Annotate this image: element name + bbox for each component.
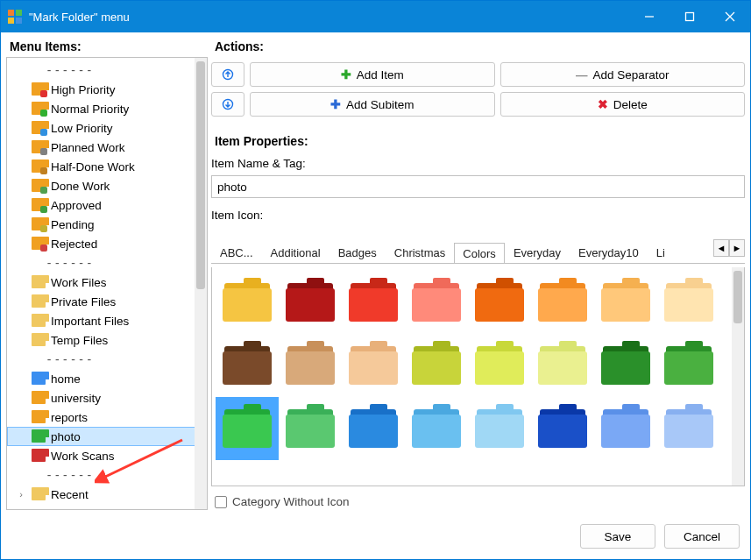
tree-item[interactable]: Work Scans	[7, 446, 207, 465]
folder-icon-option[interactable]	[405, 397, 468, 460]
folder-icon	[32, 489, 46, 500]
folder-icon-option[interactable]	[657, 334, 720, 397]
item-name-input[interactable]	[211, 175, 745, 198]
folder-icon-option[interactable]	[657, 271, 720, 334]
folder-icon-option[interactable]	[594, 334, 657, 397]
tab-christmas[interactable]: Christmas	[386, 242, 455, 263]
tree-item[interactable]: university	[7, 388, 207, 408]
tree-item[interactable]: ›Recent	[7, 485, 207, 504]
folder-icon-option[interactable]	[468, 271, 531, 334]
tree-item[interactable]: Work Files	[7, 273, 207, 292]
tree-item-label: Temp Files	[51, 334, 108, 347]
folder-icon-option[interactable]	[405, 334, 468, 397]
tab-badges[interactable]: Badges	[329, 242, 386, 263]
tree-item-label: university	[51, 392, 101, 405]
folder-icon	[32, 181, 46, 192]
folder-icon	[32, 84, 46, 96]
tab-everyday[interactable]: Everyday	[505, 242, 570, 263]
folder-icon	[32, 219, 46, 230]
tabs-scroll-right[interactable]: ►	[729, 239, 745, 257]
category-without-icon-checkbox[interactable]	[215, 496, 227, 508]
folder-icon	[32, 103, 46, 115]
tree-separator: ------	[7, 465, 207, 485]
tree-item[interactable]: home	[7, 369, 207, 388]
tree-item[interactable]: Done Work	[7, 176, 207, 195]
tree-item-label: Recent	[51, 488, 89, 501]
tabs-scroll-left[interactable]: ◄	[713, 239, 729, 257]
tree-item-label: Normal Priority	[51, 103, 129, 116]
folder-icon-option[interactable]	[216, 397, 279, 460]
folder-icon	[32, 296, 46, 308]
folder-icon-option[interactable]	[279, 397, 342, 460]
tree-item[interactable]: Half-Done Work	[7, 157, 207, 176]
folder-icon-option[interactable]	[216, 334, 279, 397]
folder-icon-option[interactable]	[594, 271, 657, 334]
item-icon-label: Item Icon:	[211, 207, 745, 223]
folder-icon	[32, 315, 46, 327]
tree-item[interactable]: Important Files	[7, 311, 207, 330]
folder-icon-option[interactable]	[657, 397, 720, 460]
folder-icon	[32, 238, 46, 250]
window-title: "Mark Folder" menu	[29, 11, 130, 24]
tree-item[interactable]: High Priority	[7, 80, 207, 99]
maximize-button[interactable]	[670, 1, 710, 32]
folder-icon-option[interactable]	[531, 271, 594, 334]
tree-item[interactable]: photo	[7, 427, 207, 446]
expand-icon[interactable]: ›	[16, 489, 26, 500]
folder-icon-option[interactable]	[594, 397, 657, 460]
tree-item[interactable]: Low Priority	[7, 118, 207, 138]
close-button[interactable]	[710, 1, 750, 32]
tree-item[interactable]: Temp Files	[7, 330, 207, 350]
tree-separator: ------	[7, 253, 207, 273]
tree-item-label: Work Scans	[51, 450, 115, 463]
tree-item[interactable]: Approved	[7, 195, 207, 215]
move-down-button[interactable]	[211, 92, 244, 117]
cancel-button[interactable]: Cancel	[664, 524, 740, 549]
add-item-button[interactable]: ✚Add Item	[250, 62, 495, 87]
grid-scrollbar[interactable]	[732, 267, 744, 486]
tab-li[interactable]: Li	[648, 242, 674, 263]
tree-item-label: home	[51, 372, 81, 386]
folder-icon	[32, 335, 46, 346]
icon-grid[interactable]	[211, 267, 745, 486]
category-without-icon-label: Category Without Icon	[232, 495, 350, 508]
tab-everyday10[interactable]: Everyday10	[570, 242, 648, 263]
tree-item[interactable]: Pending	[7, 215, 207, 234]
tab-additional[interactable]: Additional	[262, 242, 329, 263]
folder-icon-option[interactable]	[279, 271, 342, 334]
tree-item[interactable]: Rejected	[7, 234, 207, 253]
tree-item[interactable]: Planned Work	[7, 138, 207, 157]
tree-item-label: photo	[51, 430, 81, 443]
folder-icon-option[interactable]	[342, 334, 405, 397]
add-separator-button[interactable]: —Add Separator	[500, 62, 746, 87]
save-button[interactable]: Save	[580, 524, 655, 549]
menu-items-tree[interactable]: ------High PriorityNormal PriorityLow Pr…	[6, 57, 208, 510]
actions-label: Actions:	[211, 38, 745, 57]
folder-icon-option[interactable]	[279, 334, 342, 397]
tree-item-label: Approved	[51, 199, 102, 212]
folder-icon-option[interactable]	[468, 334, 531, 397]
tree-item[interactable]: Normal Priority	[7, 99, 207, 118]
add-subitem-button[interactable]: ✚Add Subitem	[250, 92, 495, 117]
folder-icon-option[interactable]	[405, 271, 468, 334]
tree-item[interactable]: Private Files	[7, 292, 207, 311]
folder-icon-option[interactable]	[216, 271, 279, 334]
folder-icon-option[interactable]	[531, 334, 594, 397]
folder-icon-option[interactable]	[531, 397, 594, 460]
move-up-button[interactable]	[211, 62, 244, 87]
svg-rect-3	[16, 18, 22, 24]
folder-icon-option[interactable]	[342, 397, 405, 460]
tree-item[interactable]: reports	[7, 408, 207, 427]
minimize-button[interactable]	[629, 1, 670, 32]
tree-scrollbar[interactable]	[195, 58, 207, 509]
delete-button[interactable]: ✖Delete	[500, 92, 746, 117]
tree-item-label: Pending	[51, 218, 95, 231]
tree-item-label: High Priority	[51, 83, 116, 96]
tab-abc[interactable]: ABC...	[211, 242, 262, 263]
tree-item-label: Work Files	[51, 276, 107, 289]
folder-icon-option[interactable]	[468, 397, 531, 460]
folder-icon	[32, 431, 46, 443]
titlebar: "Mark Folder" menu	[1, 1, 750, 32]
folder-icon-option[interactable]	[342, 271, 405, 334]
tab-colors[interactable]: Colors	[454, 243, 505, 263]
